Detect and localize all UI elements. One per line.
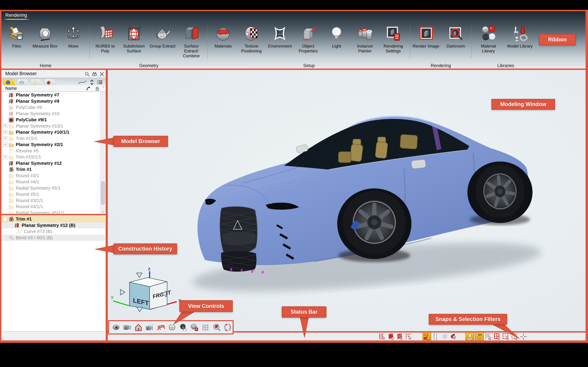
- tree-row[interactable]: Round #3/1: [2, 173, 100, 179]
- view-control-icon[interactable]: [212, 323, 221, 332]
- find-binoculars-icon[interactable]: [92, 71, 97, 77]
- ribbon-button[interactable]: Group Extract: [148, 25, 177, 58]
- lock-icon[interactable]: [95, 86, 100, 91]
- browser-tab-icon: [46, 80, 52, 85]
- tree-row[interactable]: Round #4/1: [2, 179, 100, 185]
- tree-row[interactable]: + Planar Symmetry #10/1/1: [2, 129, 100, 135]
- tree-row[interactable]: PolyCube #9: [2, 104, 100, 111]
- browser-tab-icon: [5, 80, 11, 85]
- ribbon-button[interactable]: Environment: [266, 25, 294, 53]
- tree-row[interactable]: + Trim #15/1: [2, 135, 100, 142]
- expander[interactable]: +: [3, 143, 7, 147]
- view-control-icon[interactable]: [224, 323, 232, 332]
- ribbon-button[interactable]: Darkroom: [441, 25, 471, 49]
- view-control-icon[interactable]: [201, 323, 210, 332]
- status-icon[interactable]: [450, 333, 458, 341]
- expander[interactable]: +: [3, 124, 7, 128]
- ribbon-button-icon: [328, 25, 345, 42]
- status-icon[interactable]: [396, 333, 404, 341]
- curve-display-icon[interactable]: [78, 80, 86, 85]
- ribbon-button[interactable]: Move: [59, 25, 87, 49]
- ribbon-button[interactable]: Render Image: [411, 25, 441, 49]
- tree-row[interactable]: Planar Symmetry #12: [2, 160, 100, 167]
- tree-row[interactable]: PolyCube #9/1: [2, 117, 100, 123]
- ribbon-button[interactable]: NURBS to Poly: [91, 25, 120, 58]
- group-label-libraries: Libraries: [472, 63, 540, 68]
- expander[interactable]: +: [3, 155, 7, 159]
- history-row[interactable]: Planar Symmetry #12 (B): [2, 222, 105, 229]
- expander[interactable]: −: [3, 217, 7, 221]
- status-icon[interactable]: [466, 332, 474, 341]
- history-row[interactable]: Curve #73 (B): [2, 228, 105, 235]
- expander[interactable]: +: [3, 130, 7, 134]
- pin-arrow-icon[interactable]: [86, 86, 91, 91]
- tree-row[interactable]: Radial Symmetry #5/1/1: [2, 210, 100, 214]
- ribbon-button[interactable]: Object Properties: [294, 25, 322, 53]
- tree-row[interactable]: Round #5/1: [2, 191, 100, 198]
- status-icon[interactable]: [511, 333, 519, 341]
- close-icon[interactable]: [99, 71, 105, 77]
- expander[interactable]: +: [3, 136, 7, 141]
- view-cube[interactable]: LEFT FRONT z x y: [110, 267, 185, 320]
- scrollbar[interactable]: ⌄: [100, 92, 105, 214]
- status-icon[interactable]: [378, 333, 386, 341]
- ribbon-button[interactable]: Instance Painter: [351, 25, 379, 53]
- status-icon[interactable]: [502, 333, 510, 341]
- list-options-icon[interactable]: [97, 80, 103, 85]
- scrollbar-thumb[interactable]: [101, 181, 105, 204]
- ribbon-button[interactable]: Subdivision Surface: [120, 25, 148, 58]
- view-control-icon[interactable]: [168, 323, 176, 332]
- view-control-icon[interactable]: [134, 323, 143, 332]
- ribbon-button[interactable]: Surface Extract/ Combine: [177, 25, 206, 58]
- tree-row[interactable]: + Trim #15/1/1: [2, 154, 100, 160]
- annotation-construction-history: Construction History: [113, 243, 177, 254]
- history-row[interactable]: Bend #3 / #0/1 (B): [2, 235, 105, 241]
- status-icon[interactable]: [432, 333, 440, 341]
- tree-row[interactable]: Planar Symmetry #9: [2, 98, 100, 105]
- ribbon-button[interactable]: Model Library: [504, 25, 536, 53]
- tree-row[interactable]: Planar Symmetry #7: [2, 92, 100, 98]
- letterbox-top: [0, 0, 588, 10]
- status-icon[interactable]: [484, 333, 493, 341]
- status-icon[interactable]: [441, 333, 449, 341]
- status-icon[interactable]: [519, 333, 527, 341]
- tree-row[interactable]: Revolve #5: [2, 148, 100, 154]
- browser-tab[interactable]: [17, 79, 30, 86]
- tree-item-icon: [9, 111, 14, 117]
- status-icon[interactable]: [387, 333, 395, 341]
- tree-row[interactable]: Round #4/1/1: [2, 204, 100, 210]
- tree-row[interactable]: Round #3/1/1: [2, 198, 100, 204]
- ribbon-button-icon: [65, 25, 82, 42]
- view-control-icon[interactable]: [112, 323, 121, 332]
- scroll-up-icon[interactable]: ⌃: [102, 86, 105, 90]
- ribbon-button[interactable]: Measure Box: [31, 25, 59, 49]
- search-icon[interactable]: [84, 71, 90, 77]
- view-control-icon[interactable]: [190, 323, 199, 332]
- tree-row[interactable]: Radial Symmetry #5/1: [2, 185, 100, 191]
- ribbon-button[interactable]: Files: [2, 25, 31, 49]
- status-icon[interactable]: [405, 333, 413, 341]
- ribbon-button[interactable]: Rendering Settings: [379, 25, 407, 53]
- scroll-down-icon[interactable]: ⌄: [101, 209, 105, 214]
- sort-expand-icon[interactable]: [90, 79, 94, 85]
- status-icon[interactable]: [423, 332, 431, 341]
- tree-row[interactable]: Trim #1: [2, 166, 100, 173]
- history-row[interactable]: − Trim #1: [2, 216, 105, 222]
- tree-row[interactable]: + Planar Symmetry #10/1: [2, 123, 100, 129]
- browser-tab[interactable]: [3, 79, 16, 86]
- view-control-icon[interactable]: [156, 323, 165, 332]
- tree-row[interactable]: Planar Symmetry #10: [2, 111, 100, 117]
- browser-tab[interactable]: [44, 79, 57, 86]
- view-control-icon[interactable]: [145, 323, 154, 332]
- tree-column-header[interactable]: Name ⌃: [1, 85, 106, 92]
- view-control-icon[interactable]: [123, 323, 132, 332]
- ribbon-button[interactable]: Material Library: [473, 25, 504, 53]
- browser-tab[interactable]: [30, 79, 43, 86]
- status-icon[interactable]: [493, 333, 501, 341]
- tree-row[interactable]: + Planar Symmetry #2/1: [2, 142, 100, 148]
- status-icon[interactable]: [475, 332, 484, 341]
- ribbon-button[interactable]: Materials: [209, 25, 237, 53]
- view-control-icon[interactable]: [179, 323, 188, 332]
- ribbon-button[interactable]: Light: [322, 25, 351, 53]
- ribbon-button[interactable]: Texture Positioning: [237, 25, 266, 53]
